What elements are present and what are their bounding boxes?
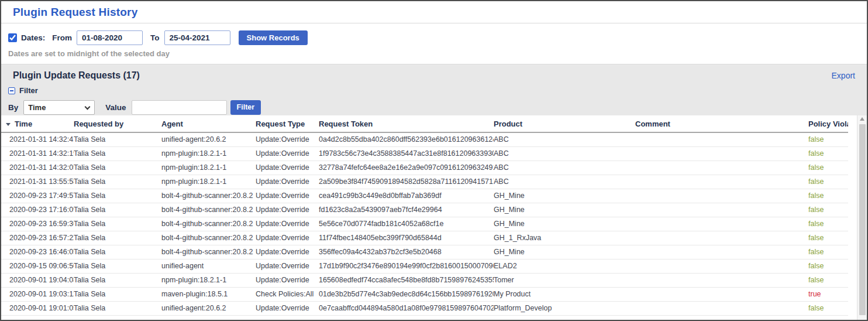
table-cell: Update:Override	[256, 203, 319, 217]
table-cell: 2021-01-31 13:55:58	[1, 175, 74, 189]
table-cell: GH_Mine	[494, 189, 635, 203]
table-row[interactable]: 2020-09-15 09:06:50Talia Selaunified-age…	[1, 259, 848, 273]
table-cell: 2020-09-23 17:16:09	[1, 203, 74, 217]
column-header-request-token[interactable]: Request Token	[319, 115, 494, 132]
table-cell: 2020-09-23 16:57:22	[1, 231, 74, 245]
table-row[interactable]: 2021-01-31 14:32:41Talia Selaunified-age…	[1, 132, 848, 146]
table-cell: 0a4d2c8b55dba402c860dff562393e6b01612096…	[319, 132, 494, 146]
filter-button[interactable]: Filter	[230, 100, 261, 115]
dates-section: Dates: From To Show Records Dates are se…	[1, 23, 867, 64]
filter-controls: By Time Value Filter	[8, 100, 860, 115]
table-cell: Talia Sela	[74, 189, 161, 203]
table-cell	[635, 189, 808, 203]
filter-toggle[interactable]: Filter	[8, 86, 860, 95]
page-header: Plugin Request History	[1, 1, 867, 23]
filter-by-select-wrap: Time	[23, 100, 95, 115]
table-row[interactable]: 2021-01-31 14:32:19Talia Selanpm-plugin:…	[1, 146, 848, 160]
table-cell: GH_Mine	[494, 203, 635, 217]
table-cell: Platform_Develop	[494, 301, 635, 315]
table-cell: Talia Sela	[74, 217, 161, 231]
table-cell: npm-plugin:18.2.1-1	[161, 273, 256, 287]
panel-title-row: Plugin Update Requests (17) Export	[8, 70, 860, 81]
table-row[interactable]: 2021-01-31 13:55:58Talia Selanpm-plugin:…	[1, 175, 848, 189]
table-row[interactable]: 2020-09-01 19:03:12Talia Selamaven-plugi…	[1, 287, 848, 301]
table-cell: Talia Sela	[74, 273, 161, 287]
table-row[interactable]: 2020-09-01 19:04:08Talia Selanpm-plugin:…	[1, 273, 848, 287]
dates-checkbox[interactable]	[8, 33, 17, 42]
table-cell	[635, 259, 808, 273]
table-cell: GH_Mine	[494, 245, 635, 259]
table-cell: Tomer	[494, 273, 635, 287]
table-cell: 2020-09-15 09:06:50	[1, 259, 74, 273]
column-header-product[interactable]: Product	[494, 115, 635, 132]
table-cell: Talia Sela	[74, 132, 161, 146]
table-cell: 0e7caabffcd044894a580d1a08f0e97981598976…	[319, 301, 494, 315]
column-header-request-type[interactable]: Request Type	[256, 115, 319, 132]
column-header-policy-violat[interactable]: Policy Violat...	[808, 115, 848, 132]
table-body: 2021-01-31 14:32:41Talia Selaunified-age…	[1, 132, 848, 315]
table-cell: Talia Sela	[74, 146, 161, 160]
table-cell: Talia Sela	[74, 203, 161, 217]
table-row[interactable]: 2020-09-23 16:46:05Talia Selabolt-4-gith…	[1, 245, 848, 259]
show-records-button[interactable]: Show Records	[239, 30, 308, 45]
table-cell: ABC	[494, 175, 635, 189]
table-cell: true	[808, 287, 848, 301]
table-cell: 01de3b2b5d77e4c3ab9edec8d64c156bb1598976…	[319, 287, 494, 301]
scroll-up-icon[interactable]	[860, 117, 864, 121]
table-cell: false	[808, 231, 848, 245]
table-cell: Update:Override	[256, 175, 319, 189]
requests-table: TimeRequested byAgentRequest TypeRequest…	[1, 115, 848, 316]
table-cell: unified-agent:20.6.2	[161, 132, 256, 146]
table-cell: false	[808, 259, 848, 273]
table-cell: ABC	[494, 160, 635, 175]
table-cell: bolt-4-github-scanner:20.8.2	[161, 231, 256, 245]
filter-value-input[interactable]	[132, 100, 227, 115]
table-row[interactable]: 2021-01-31 14:32:05Talia Selanpm-plugin:…	[1, 160, 848, 175]
table-cell	[635, 245, 808, 259]
filter-by-label: By	[8, 103, 18, 112]
table-row[interactable]: 2020-09-23 16:59:36Talia Selabolt-4-gith…	[1, 217, 848, 231]
column-header-requested-by[interactable]: Requested by	[74, 115, 161, 132]
table-cell	[635, 203, 808, 217]
column-header-time[interactable]: Time	[1, 115, 74, 132]
table-cell: 1f9783c56c73e4c3588385447ac31e8f81612096…	[319, 146, 494, 160]
table-row[interactable]: 2020-09-01 19:01:05Talia Selaunified-age…	[1, 301, 848, 315]
table-cell: 2021-01-31 14:32:41	[1, 132, 74, 146]
export-link[interactable]: Export	[832, 71, 855, 80]
table-cell: Talia Sela	[74, 231, 161, 245]
table-cell: false	[808, 189, 848, 203]
table-cell: false	[808, 132, 848, 146]
table-cell: false	[808, 160, 848, 175]
dates-row: Dates: From To Show Records	[8, 30, 860, 45]
collapse-minus-icon[interactable]	[8, 87, 15, 94]
table-cell: GH_Mine	[494, 217, 635, 231]
table-cell: 17d1b9f90c2f3476e890194e99f0cf2b81600150…	[319, 259, 494, 273]
table-cell: ABC	[494, 132, 635, 146]
from-date-input[interactable]	[77, 30, 143, 45]
table-cell: unified-agent	[161, 259, 256, 273]
table-head-row: TimeRequested byAgentRequest TypeRequest…	[1, 115, 848, 132]
table-row[interactable]: 2020-09-23 17:49:57Talia Selabolt-4-gith…	[1, 189, 848, 203]
table-cell: Talia Sela	[74, 160, 161, 175]
table-cell: Talia Sela	[74, 259, 161, 273]
column-header-agent[interactable]: Agent	[161, 115, 256, 132]
vertical-scrollbar[interactable]	[857, 115, 867, 320]
table-cell: 5e56ce70d0774fadb181c4052a68cf1e	[319, 217, 494, 231]
table-row[interactable]: 2020-09-23 16:57:22Talia Selabolt-4-gith…	[1, 231, 848, 245]
dates-label: Dates:	[21, 33, 45, 42]
sort-desc-icon	[6, 123, 11, 126]
table-cell: My Product	[494, 287, 635, 301]
table-row[interactable]: 2020-09-23 17:16:09Talia Selabolt-4-gith…	[1, 203, 848, 217]
table-cell: Update:Override	[256, 245, 319, 259]
table-cell: false	[808, 245, 848, 259]
table-cell: Update:Override	[256, 217, 319, 231]
filter-by-select[interactable]: Time	[23, 100, 95, 115]
table-cell	[635, 160, 808, 175]
to-date-input[interactable]	[164, 30, 230, 45]
scrollbar-thumb[interactable]	[859, 124, 866, 315]
column-header-comment[interactable]: Comment	[635, 115, 808, 132]
table-cell: Update:Override	[256, 132, 319, 146]
table-cell: Update:Override	[256, 259, 319, 273]
table-cell: npm-plugin:18.2.1-1	[161, 175, 256, 189]
from-label: From	[52, 33, 72, 42]
